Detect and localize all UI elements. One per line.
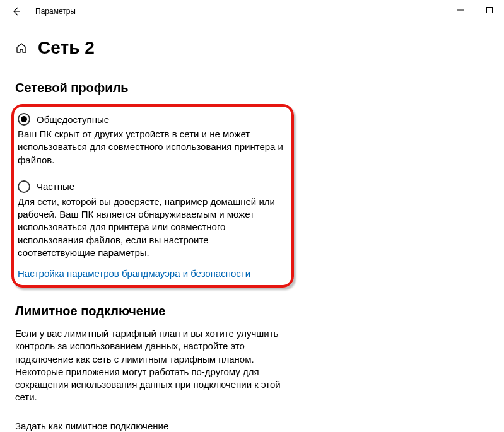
radio-label-public: Общедоступные — [37, 114, 109, 125]
toggle-label: Задать как лимитное подключение — [15, 421, 288, 431]
svg-rect-2 — [487, 8, 493, 13]
arrow-left-icon — [11, 6, 21, 16]
radio-circle-icon — [18, 180, 30, 193]
home-icon[interactable] — [15, 42, 28, 54]
titlebar: Параметры — [0, 0, 504, 23]
firewall-link[interactable]: Настройка параметров брандмауэра и безоп… — [18, 268, 286, 279]
radio-option-public: Общедоступные Ваш ПК скрыт от других уст… — [18, 113, 286, 166]
minimize-button[interactable] — [446, 0, 475, 20]
radio-label-private: Частные — [37, 181, 74, 192]
radio-dot-icon — [21, 116, 27, 122]
radio-circle-icon — [18, 113, 30, 126]
minimize-icon — [457, 7, 464, 13]
radio-private[interactable]: Частные — [18, 180, 286, 193]
content: Сетевой профиль Общедоступные Ваш ПК скр… — [0, 81, 303, 432]
maximize-button[interactable] — [475, 0, 504, 20]
maximize-icon — [486, 7, 493, 13]
page-title: Сеть 2 — [38, 38, 95, 58]
radio-desc-public: Ваш ПК скрыт от других устройств в сети … — [18, 128, 286, 166]
radio-desc-private: Для сети, которой вы доверяете, например… — [18, 196, 286, 259]
highlight-box: Общедоступные Ваш ПК скрыт от других уст… — [11, 104, 294, 288]
page-header: Сеть 2 — [0, 23, 504, 64]
radio-public[interactable]: Общедоступные — [18, 113, 286, 126]
window-controls — [446, 0, 504, 20]
app-name: Параметры — [35, 7, 76, 16]
section-title-profile: Сетевой профиль — [15, 81, 288, 95]
back-button[interactable] — [5, 0, 28, 23]
metered-desc: Если у вас лимитный тарифный план и вы х… — [15, 327, 288, 404]
radio-option-private: Частные Для сети, которой вы доверяете, … — [18, 180, 286, 259]
section-title-metered: Лимитное подключение — [15, 304, 288, 318]
